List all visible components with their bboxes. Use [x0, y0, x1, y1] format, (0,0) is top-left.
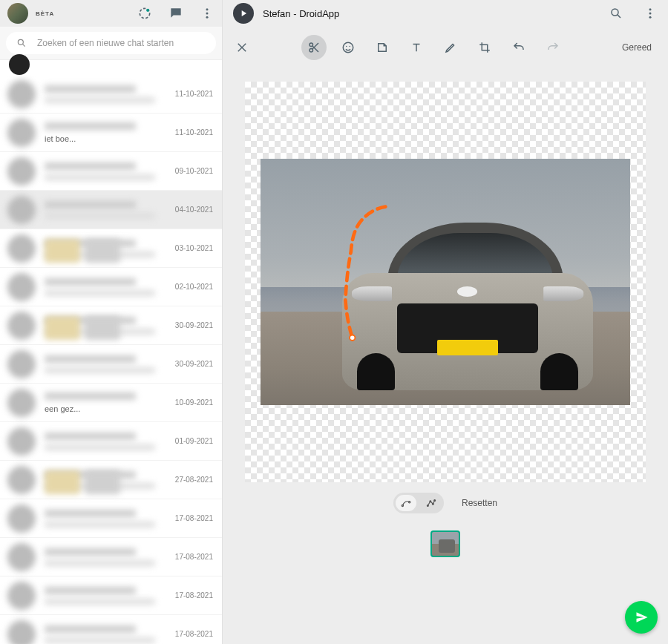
status-icon[interactable]	[137, 6, 152, 21]
chat-row-date: 10-09-2021	[175, 398, 213, 407]
chat-row-avatar	[7, 620, 36, 645]
edited-photo	[261, 159, 630, 405]
chat-row[interactable]: 11-10-2021	[0, 75, 222, 114]
chat-row-date: 11-10-2021	[175, 128, 213, 137]
chat-row-avatar	[7, 157, 36, 185]
chat-row[interactable]: iet boe... 11-10-2021	[0, 114, 222, 152]
chat-row-date: 03-10-2021	[175, 244, 213, 252]
chat-row[interactable]: 17-08-2021	[0, 615, 222, 644]
chat-search-icon[interactable]	[609, 6, 623, 21]
search-icon	[16, 38, 27, 48]
chat-row-avatar	[7, 196, 36, 224]
chat-row-date: 30-09-2021	[175, 360, 213, 368]
svg-point-10	[649, 8, 652, 10]
chat-menu-icon[interactable]	[643, 6, 658, 21]
chat-row-avatar	[7, 466, 36, 494]
pencil-tool[interactable]	[438, 35, 463, 60]
chat-row-avatar	[7, 119, 36, 147]
chat-row-avatar	[7, 505, 36, 533]
svg-line-9	[618, 15, 620, 18]
lasso-mode-toggle[interactable]	[393, 493, 444, 513]
chat-row-date: 01-09-2021	[175, 437, 213, 445]
done-button[interactable]: Gereed	[618, 42, 656, 53]
chat-header: Stefan - DroidApp	[223, 0, 668, 27]
chat-row-date: 17-08-2021	[175, 630, 213, 638]
text-tool[interactable]	[404, 35, 429, 60]
canvas-area: Resetten	[223, 68, 668, 644]
svg-point-3	[206, 13, 209, 15]
chat-row[interactable]: 17-08-2021	[0, 499, 222, 538]
chat-row-date: 27-08-2021	[175, 476, 213, 484]
chat-row-date: 17-08-2021	[175, 553, 213, 561]
chat-row-date: 30-09-2021	[175, 321, 213, 329]
image-canvas[interactable]	[245, 82, 646, 482]
chat-row-date: 11-10-2021	[175, 90, 213, 98]
svg-point-8	[612, 9, 618, 16]
thumbnail[interactable]	[430, 530, 460, 557]
chat-row[interactable]: 03-10-2021	[0, 229, 222, 268]
chat-row[interactable]: 09-10-2021	[0, 152, 222, 191]
chat-row[interactable]: 30-09-2021	[0, 345, 222, 384]
send-button[interactable]	[625, 601, 658, 634]
editor-toolbar: Gereed	[223, 27, 668, 68]
chat-row[interactable]: 27-08-2021	[0, 461, 222, 499]
svg-point-20	[346, 46, 347, 47]
chat-row-date: 17-08-2021	[175, 591, 213, 599]
svg-point-5	[18, 39, 23, 45]
reset-button[interactable]: Resetten	[462, 498, 497, 508]
chat-row[interactable]: een gez... 10-09-2021	[0, 384, 222, 422]
chat-row[interactable]: 17-08-2021	[0, 576, 222, 615]
chat-row-date: 02-10-2021	[175, 283, 213, 291]
redo-tool[interactable]	[540, 35, 566, 60]
svg-point-29	[432, 503, 433, 505]
crop-tool[interactable]	[472, 35, 497, 60]
search-input[interactable]	[37, 38, 206, 48]
chat-row-avatar	[7, 389, 36, 417]
svg-point-27	[427, 505, 428, 507]
polyline-mode[interactable]	[421, 495, 442, 511]
chat-preview: iet boe...	[45, 134, 175, 143]
svg-point-2	[206, 8, 209, 10]
new-chat-icon[interactable]	[168, 6, 183, 21]
svg-point-11	[649, 13, 652, 15]
emoji-tool[interactable]	[335, 35, 361, 60]
chat-row[interactable]: 02-10-2021	[0, 268, 222, 306]
svg-marker-7	[242, 10, 246, 16]
profile-avatar[interactable]	[7, 3, 28, 24]
chat-row-avatar	[7, 273, 36, 301]
search-bar	[0, 27, 222, 60]
svg-point-19	[343, 42, 353, 53]
curve-mode[interactable]	[396, 495, 416, 511]
chat-row[interactable]: 01-09-2021	[0, 422, 222, 461]
scissors-tool[interactable]	[301, 35, 327, 60]
chat-row-avatar	[7, 312, 36, 340]
sticker-tool[interactable]	[370, 35, 395, 60]
beta-badge: BÈTA	[36, 10, 54, 17]
chat-row-date: 04-10-2021	[175, 206, 213, 214]
chat-avatar[interactable]	[233, 3, 254, 24]
chat-row-avatar	[7, 234, 36, 263]
chat-row[interactable]: 04-10-2021	[0, 191, 222, 229]
undo-tool[interactable]	[506, 35, 531, 60]
chat-row[interactable]: 17-08-2021	[0, 538, 222, 576]
thumbnail-strip	[245, 524, 646, 564]
chat-row-avatar	[7, 543, 36, 571]
chat-row-date: 09-10-2021	[175, 167, 213, 175]
chat-row-avatar	[7, 427, 36, 456]
chat-row-avatar	[7, 582, 36, 610]
svg-point-21	[349, 46, 350, 47]
chat-preview: een gez...	[45, 404, 175, 413]
chat-row-date: 17-08-2021	[175, 514, 213, 522]
chat-row[interactable]: 30-09-2021	[0, 306, 222, 345]
close-icon[interactable]	[235, 40, 249, 55]
svg-point-30	[434, 500, 436, 502]
menu-icon[interactable]	[200, 6, 215, 21]
chat-sidebar: BÈTA	[0, 0, 223, 644]
reset-bar: Resetten	[393, 493, 497, 513]
svg-line-6	[22, 44, 24, 46]
svg-point-12	[649, 16, 652, 19]
pinned-chat-row[interactable]	[0, 60, 222, 75]
sidebar-header: BÈTA	[0, 0, 222, 27]
svg-point-28	[430, 501, 431, 502]
svg-point-1	[146, 9, 149, 12]
